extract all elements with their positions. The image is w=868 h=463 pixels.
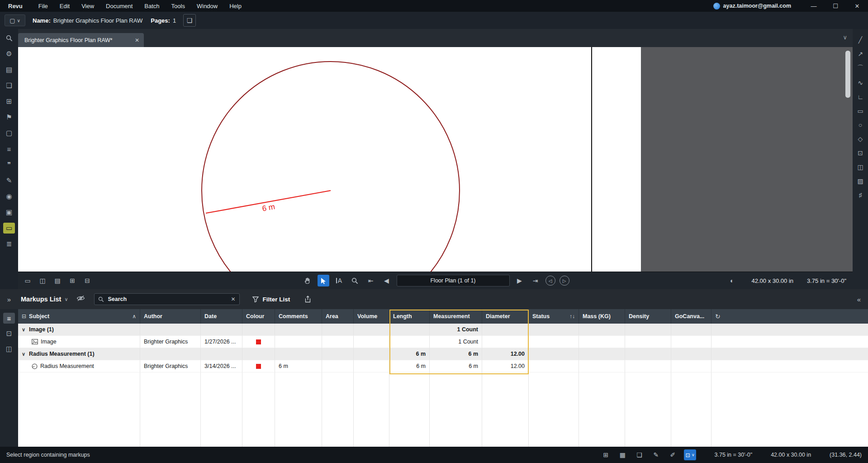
search-clear-icon[interactable]: ✕ bbox=[231, 296, 235, 302]
vertical-scrollbar[interactable] bbox=[845, 51, 850, 98]
hatch-tool-icon[interactable]: ▨ bbox=[857, 177, 863, 185]
grid-visibility-icon[interactable]: ▦ bbox=[617, 449, 628, 460]
colour-swatch[interactable] bbox=[256, 339, 261, 344]
menu-document[interactable]: Document bbox=[100, 0, 138, 12]
tool-chest-icon[interactable]: ▣ bbox=[3, 207, 15, 218]
snapshot-tool-icon[interactable]: ⊡ bbox=[858, 149, 863, 157]
menu-batch[interactable]: Batch bbox=[138, 0, 165, 12]
window-close-button[interactable]: ✕ bbox=[846, 0, 868, 12]
menu-window[interactable]: Window bbox=[191, 0, 223, 12]
table-group-row[interactable]: ∨Image (1) 1 Count bbox=[18, 324, 868, 336]
search-icon[interactable] bbox=[3, 33, 15, 43]
column-density[interactable]: Density bbox=[625, 309, 671, 324]
polygon-tool-icon[interactable]: ◇ bbox=[858, 135, 863, 143]
window-minimize-button[interactable]: — bbox=[803, 0, 825, 12]
selection-mode-button[interactable]: ⊡ ∨ bbox=[684, 449, 696, 460]
column-volume[interactable]: Volume bbox=[354, 309, 389, 324]
page-thumbnail-button[interactable]: ❏ bbox=[183, 14, 196, 27]
table-row[interactable]: Radius Measurement Brighter Graphics 3/1… bbox=[18, 360, 868, 372]
next-page-icon[interactable]: ▶ bbox=[514, 275, 526, 286]
sort-ascending-icon[interactable]: ∧ bbox=[132, 313, 136, 320]
search-input[interactable] bbox=[107, 296, 228, 303]
markups-list-panel-icon[interactable]: ≡ bbox=[3, 313, 15, 324]
pen-input-icon[interactable]: ✐ bbox=[667, 449, 678, 460]
column-area[interactable]: Area bbox=[322, 309, 354, 324]
group-collapse-icon[interactable]: ∨ bbox=[22, 327, 25, 333]
column-gocanvas[interactable]: GoCanva... bbox=[671, 309, 711, 324]
signatures-pen-icon[interactable]: ✎ bbox=[3, 175, 15, 186]
forms-icon[interactable]: ▢ bbox=[3, 128, 15, 138]
contrast-mode-icon[interactable]: ◐ bbox=[726, 275, 738, 286]
panel-collapse-icon[interactable]: « bbox=[857, 296, 861, 303]
refresh-icon[interactable]: ↻ bbox=[715, 313, 721, 320]
spaces-pin-icon[interactable]: ◉ bbox=[3, 191, 15, 202]
table-row[interactable]: Image Brighter Graphics 1/27/2026 ... 1 … bbox=[18, 336, 868, 348]
previous-page-icon[interactable]: ◀ bbox=[381, 275, 393, 286]
zoom-icon[interactable] bbox=[349, 275, 361, 286]
menu-revu[interactable]: Revu bbox=[0, 0, 33, 12]
menu-tools[interactable]: Tools bbox=[166, 0, 191, 12]
menu-help[interactable]: Help bbox=[223, 0, 247, 12]
column-status[interactable]: Status ↑↓ bbox=[529, 309, 579, 324]
split-view-tool-icon[interactable]: ◫ bbox=[857, 163, 863, 171]
single-page-view-icon[interactable]: ▭ bbox=[22, 275, 33, 286]
count-tool-icon[interactable]: ♯ bbox=[859, 191, 862, 199]
table-group-row[interactable]: ∨Radius Measurement (1) 6 m 6 m 12.00 bbox=[18, 348, 868, 360]
column-subject[interactable]: ⊟ Subject ∧ bbox=[18, 309, 140, 324]
tab-list-chevron-icon[interactable]: ∨ bbox=[843, 34, 847, 41]
column-author[interactable]: Author bbox=[140, 309, 201, 324]
markups-list-caret-icon[interactable]: ∨ bbox=[64, 296, 68, 302]
split-horizontal-view-icon[interactable]: ▤ bbox=[52, 275, 63, 286]
tab-close-icon[interactable]: ✕ bbox=[135, 37, 139, 43]
measurements-ruler-icon[interactable]: ▭ bbox=[3, 223, 15, 234]
column-diameter[interactable]: Diameter bbox=[482, 309, 529, 324]
menu-file[interactable]: File bbox=[33, 0, 54, 12]
filter-list-button[interactable]: Filter List bbox=[252, 296, 290, 303]
next-view-icon[interactable]: ▷ bbox=[560, 276, 569, 286]
multi-page-view-icon[interactable]: ⊞ bbox=[66, 275, 78, 286]
radius-dimension-label[interactable]: 6 m bbox=[261, 202, 275, 213]
flags-icon[interactable]: ⚑ bbox=[3, 112, 15, 123]
last-page-icon[interactable]: ⇥ bbox=[530, 275, 541, 286]
colour-swatch[interactable] bbox=[256, 364, 261, 369]
arc-tool-icon[interactable]: ⌒ bbox=[857, 64, 863, 72]
select-text-icon[interactable]: A bbox=[333, 275, 345, 286]
properties-gear-icon[interactable]: ⚙ bbox=[3, 48, 15, 59]
layers-icon[interactable]: ≣ bbox=[3, 239, 15, 249]
column-date[interactable]: Date bbox=[201, 309, 242, 324]
column-measurement[interactable]: Measurement bbox=[430, 309, 482, 324]
angle-tool-icon[interactable]: ∟ bbox=[857, 93, 863, 100]
column-colour[interactable]: Colour bbox=[242, 309, 275, 324]
export-share-icon[interactable] bbox=[304, 296, 311, 303]
circle-markup[interactable] bbox=[202, 62, 460, 272]
drawing-canvas[interactable]: 6 m bbox=[18, 47, 853, 272]
signature-mode-icon[interactable]: ✎ bbox=[650, 449, 661, 460]
snap-to-grid-icon[interactable]: ⊞ bbox=[600, 449, 611, 460]
hide-markups-eye-icon[interactable] bbox=[76, 295, 85, 303]
window-maximize-button[interactable]: ☐ bbox=[825, 0, 846, 12]
pan-hand-icon[interactable] bbox=[302, 275, 313, 286]
column-mass[interactable]: Mass (KG) bbox=[579, 309, 625, 324]
capture-media-panel-icon[interactable]: ⊡ bbox=[3, 328, 15, 339]
status-filter-icon[interactable]: ↑↓ bbox=[569, 313, 575, 320]
document-mode-icon[interactable]: ❏ bbox=[634, 449, 645, 460]
studio-chat-icon[interactable]: ❞ bbox=[3, 159, 15, 170]
thumbnails-icon[interactable]: ⊞ bbox=[3, 96, 15, 107]
ellipse-tool-icon[interactable]: ○ bbox=[859, 121, 862, 129]
select-cursor-icon[interactable] bbox=[318, 275, 329, 286]
side-by-side-view-icon[interactable]: ◫ bbox=[37, 275, 48, 286]
status-scale-readout[interactable]: 3.75 in = 30'-0" bbox=[715, 452, 753, 458]
bookmarks-icon[interactable]: ❏ bbox=[3, 80, 15, 91]
rectangle-tool-icon[interactable]: ▭ bbox=[857, 107, 863, 115]
panel-expand-icon[interactable]: » bbox=[0, 296, 18, 303]
file-access-icon[interactable]: ▤ bbox=[3, 64, 15, 75]
collapse-all-icon[interactable]: ⊟ bbox=[22, 313, 26, 320]
summary-panel-icon[interactable]: ◫ bbox=[3, 344, 15, 354]
markup-list-icon[interactable]: ≡ bbox=[3, 143, 15, 154]
menu-view[interactable]: View bbox=[76, 0, 100, 12]
first-page-icon[interactable]: ⇤ bbox=[365, 275, 377, 286]
previous-view-icon[interactable]: ◁ bbox=[545, 276, 555, 286]
polyline-tool-icon[interactable]: ∿ bbox=[858, 79, 863, 86]
document-tab[interactable]: Brighter Graphics Floor Plan RAW* ✕ bbox=[18, 33, 144, 47]
document-menu-button[interactable]: ▢ ∨ bbox=[5, 14, 25, 26]
